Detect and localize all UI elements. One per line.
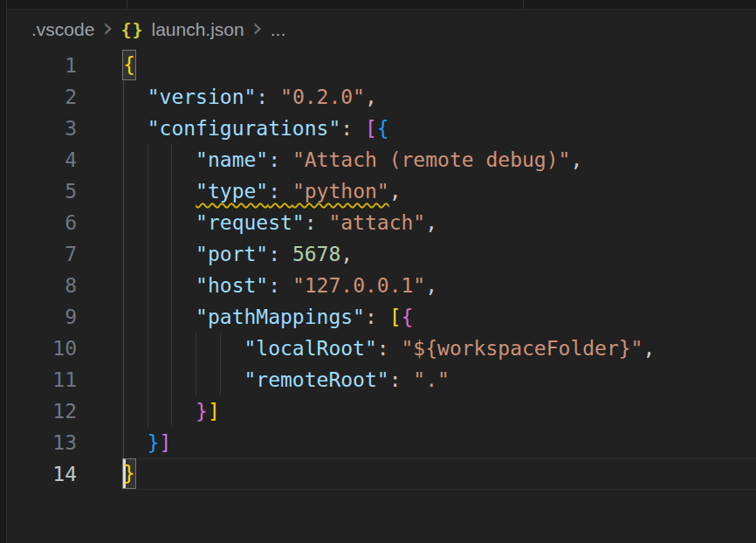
code-line[interactable]: 1{ [0, 50, 756, 81]
code-token: "pathMappings" [196, 306, 365, 328]
code-text: "pathMappings": [{ [123, 301, 756, 333]
code-token: "localRoot" [244, 337, 376, 360]
code-token: 5678 [292, 243, 340, 265]
code-text: "request": "attach", [123, 207, 756, 238]
code-text: { [123, 50, 756, 81]
code-text: }] [123, 395, 756, 427]
code-line[interactable]: 4 "name": "Attach (remote debug)", [0, 144, 756, 175]
code-token: { [377, 117, 389, 140]
code-token: "configurations" [148, 117, 341, 140]
line-number[interactable]: 10 [0, 333, 123, 364]
code-token: "name" [196, 148, 268, 171]
code-text: "remoteRoot": "." [123, 364, 756, 395]
code-text: "type": "python", [123, 175, 756, 207]
code-text: "name": "Attach (remote debug)", [123, 144, 756, 175]
code-token: "remoteRoot" [244, 368, 388, 391]
code-token: } [148, 431, 160, 454]
code-token: , [425, 274, 437, 297]
code-token: "port" [196, 243, 268, 265]
json-file-icon: {} [120, 19, 143, 40]
code-token: "type" [196, 180, 268, 203]
code-token: , [340, 243, 353, 265]
breadcrumb-item[interactable]: launch.json [151, 19, 244, 40]
code-text: } [123, 458, 756, 490]
editor[interactable]: 1{2 "version": "0.2.0",3 "configurations… [0, 50, 756, 543]
code-line[interactable]: 3 "configurations": [{ [0, 113, 756, 144]
warning-squiggle: "type": "python" [196, 180, 389, 203]
code-token: : [305, 211, 329, 234]
tab-separator [523, 0, 524, 9]
code-token: : [389, 368, 414, 391]
breadcrumbs: .vscode›{}launch.json›... [0, 10, 756, 50]
code-text: "localRoot": "${workspaceFolder}", [123, 333, 756, 364]
line-number[interactable]: 12 [0, 395, 123, 427]
code-line[interactable]: 13 }] [0, 427, 756, 458]
code-line[interactable]: 7 "port": 5678, [0, 238, 756, 270]
code-line[interactable]: 9 "pathMappings": [{ [0, 301, 756, 333]
line-number[interactable]: 8 [0, 270, 123, 301]
bracket-match: { [123, 51, 135, 79]
code-line[interactable]: 12 }] [0, 395, 756, 427]
line-number[interactable]: 13 [0, 427, 123, 458]
tab-bar [0, 0, 756, 10]
code-token: : [377, 337, 402, 360]
code-text: "configurations": [{ [123, 113, 756, 144]
code-token: { [402, 306, 414, 328]
code-line[interactable]: 11 "remoteRoot": "." [0, 364, 756, 395]
breadcrumb-item[interactable]: ... [271, 19, 286, 40]
code-token: "127.0.0.1" [292, 274, 425, 297]
code-token: : [268, 274, 292, 297]
tab-separator [127, 0, 127, 9]
code-line[interactable]: 6 "request": "attach", [0, 207, 756, 238]
code-token: [ [365, 117, 377, 140]
code-line[interactable]: 5 "type": "python", [0, 175, 756, 207]
code-token: : [268, 148, 292, 171]
line-number[interactable]: 1 [0, 50, 123, 81]
line-number[interactable]: 9 [0, 301, 123, 333]
code-token: "Attach (remote debug)" [292, 148, 571, 171]
code-token: [ [389, 306, 402, 328]
bracket-match: } [123, 459, 135, 488]
code-token: "attach" [328, 211, 425, 234]
code-token: "${workspaceFolder}" [402, 337, 643, 360]
code-token: "0.2.0" [280, 86, 365, 108]
chevron-right-icon: › [102, 19, 113, 37]
code-token: , [365, 86, 377, 108]
code-token: : [268, 243, 292, 265]
line-number[interactable]: 6 [0, 207, 123, 238]
code-token: , [643, 337, 655, 360]
code-token: ] [208, 400, 220, 423]
line-number[interactable]: 14 [0, 458, 123, 490]
chevron-right-icon: › [252, 19, 263, 37]
code-line[interactable]: 10 "localRoot": "${workspaceFolder}", [0, 333, 756, 364]
code-token: , [389, 180, 402, 203]
code-token: : [365, 306, 389, 328]
code-line[interactable]: 2 "version": "0.2.0", [0, 81, 756, 113]
line-number[interactable]: 4 [0, 144, 123, 175]
code-token: "version" [148, 86, 257, 108]
code-text: }] [123, 427, 756, 458]
code-line[interactable]: 14} [0, 458, 756, 490]
code-token: "host" [196, 274, 268, 297]
code-token: : [340, 117, 365, 140]
code-token: ] [160, 431, 172, 454]
code-token: "." [413, 368, 450, 391]
code-token: } [196, 400, 208, 423]
code-token: : [268, 180, 292, 203]
code-lines: 1{2 "version": "0.2.0",3 "configurations… [0, 50, 756, 490]
line-number[interactable]: 5 [0, 175, 123, 207]
line-number[interactable]: 3 [0, 113, 123, 144]
breadcrumb-item[interactable]: .vscode [31, 19, 94, 40]
code-token: , [425, 211, 437, 234]
code-token: , [570, 148, 582, 171]
line-number[interactable]: 11 [0, 364, 123, 395]
line-number[interactable]: 7 [0, 238, 123, 270]
code-text: "version": "0.2.0", [123, 81, 756, 113]
code-token: : [256, 86, 280, 108]
sidebar-edge [0, 0, 7, 543]
code-text: "host": "127.0.0.1", [123, 270, 756, 301]
line-number[interactable]: 2 [0, 81, 123, 113]
code-text: "port": 5678, [123, 238, 756, 270]
code-token: "python" [292, 180, 389, 203]
code-line[interactable]: 8 "host": "127.0.0.1", [0, 270, 756, 301]
